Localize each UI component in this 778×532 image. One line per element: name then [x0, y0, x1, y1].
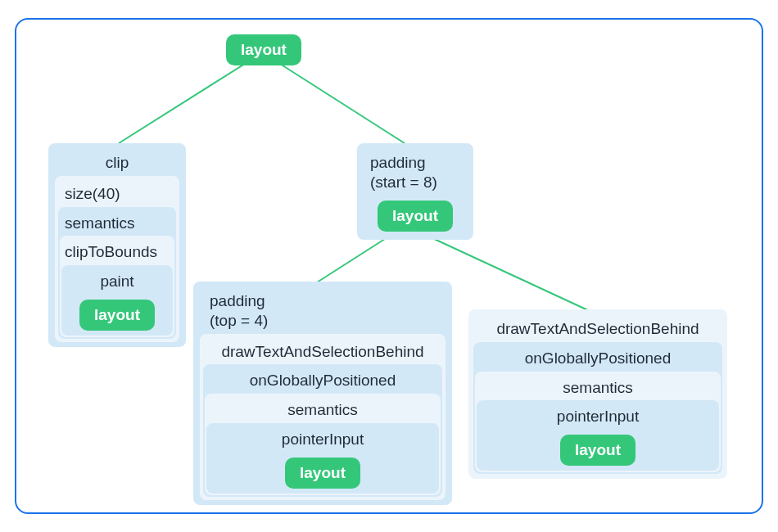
- pointerinput-label-right: pointerInput: [478, 402, 717, 430]
- center-leaf-layout: layout: [378, 201, 453, 232]
- bottomright-leaf-layout: layout: [560, 435, 636, 466]
- padding-top-line1: padding: [210, 292, 265, 309]
- padding-start-box: padding (start = 8) layout: [357, 143, 473, 240]
- bottomleft-leaf-layout: layout: [285, 458, 360, 489]
- size-label: size(40): [58, 179, 176, 207]
- left-leaf-layout: layout: [79, 300, 155, 331]
- semantics-label-left: semantics: [60, 209, 174, 237]
- padding-start-line1: padding: [370, 154, 426, 171]
- drawtext-label-right: drawTextAndSelectionBehind: [473, 314, 722, 342]
- semantics-label-bottomright: semantics: [477, 373, 719, 401]
- drawtext-label-left: drawTextAndSelectionBehind: [203, 337, 442, 365]
- semantics-label-bottomleft: semantics: [206, 395, 439, 423]
- pointerinput-label-left: pointerInput: [208, 425, 437, 453]
- padding-start-line2: (start = 8): [370, 174, 437, 191]
- root-layout-label: layout: [226, 34, 301, 65]
- paint-label: paint: [63, 267, 171, 295]
- root-layout-node: layout: [226, 34, 301, 65]
- clip-node-box: clip size(40) semantics clipToBounds pai…: [48, 143, 186, 347]
- right-text-box: drawTextAndSelectionBehind onGloballyPos…: [468, 309, 727, 479]
- cliptobounds-label: clipToBounds: [61, 237, 173, 265]
- padding-top-line2: (top = 4): [210, 312, 268, 329]
- ongloballypositioned-label-left: onGloballyPositioned: [205, 366, 441, 394]
- padding-top-box: padding (top = 4) drawTextAndSelectionBe…: [193, 282, 452, 505]
- ongloballypositioned-label-right: onGloballyPositioned: [475, 344, 721, 372]
- clip-label: clip: [53, 148, 181, 176]
